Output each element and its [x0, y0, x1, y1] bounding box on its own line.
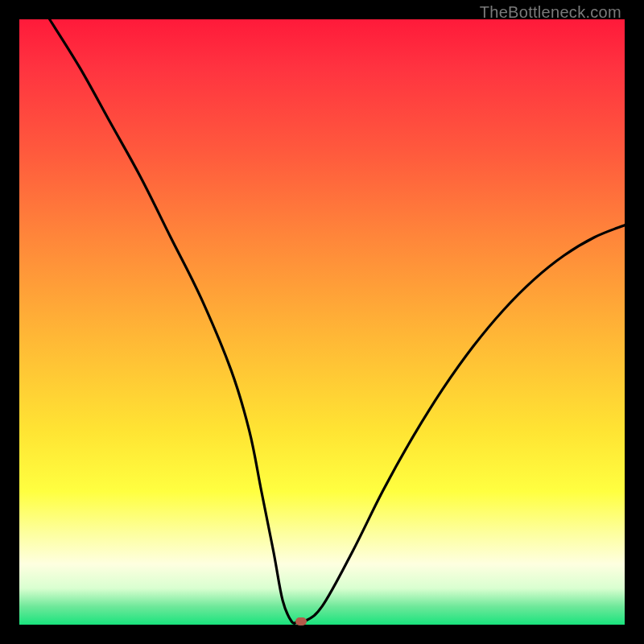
- plot-area: [19, 19, 625, 625]
- watermark-text: TheBottleneck.com: [480, 3, 621, 22]
- optimal-marker: [295, 617, 307, 625]
- bottleneck-curve: [19, 19, 625, 625]
- chart-frame: TheBottleneck.com: [0, 0, 644, 644]
